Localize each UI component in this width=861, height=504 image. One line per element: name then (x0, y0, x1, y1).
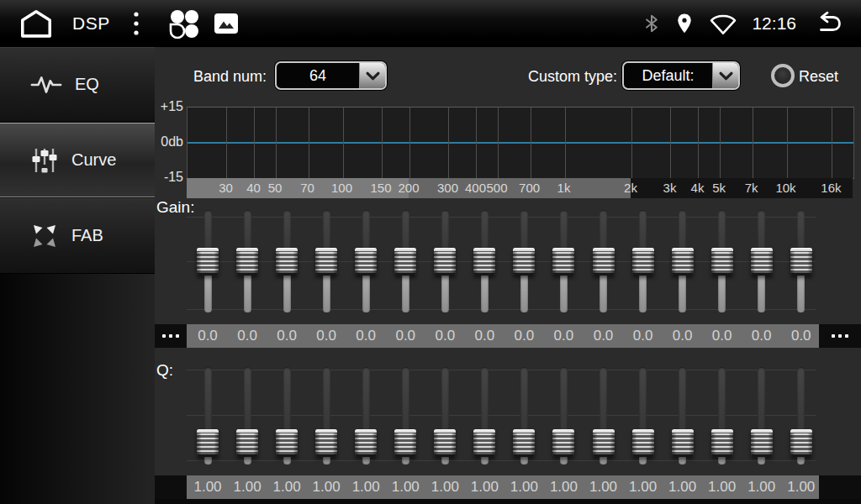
freq-gridline (343, 108, 344, 178)
gain-slider-thumb[interactable] (672, 248, 694, 276)
gain-slider-thumb[interactable] (473, 248, 495, 276)
sidebar-item-label: FAB (71, 226, 103, 245)
custom-type-dropdown[interactable]: Default: (622, 61, 740, 90)
gain-slider-thumb[interactable] (394, 248, 416, 276)
freq-tick-label: 100 (331, 178, 352, 198)
q-slider-thumb[interactable] (236, 429, 258, 457)
freq-axis-strip: 304050701001502003004005007001k2k3k4k5k7… (187, 178, 853, 198)
gain-slider-thumb[interactable] (434, 248, 456, 276)
gain-slider-thumb[interactable] (315, 248, 337, 276)
gallery-icon[interactable] (214, 13, 238, 34)
q-slider-thumb[interactable] (197, 429, 219, 457)
q-section-label: Q: (156, 361, 173, 380)
gain-slider-thumb[interactable] (197, 248, 219, 276)
status-bar: DSP (0, 0, 861, 47)
q-value: 1.00 (747, 475, 775, 499)
freq-gridline (226, 108, 227, 178)
gain-scroll-right-button[interactable] (819, 324, 861, 348)
sidebar-item-fab[interactable]: FAB (0, 198, 155, 274)
eq-plot[interactable] (187, 107, 854, 179)
freq-tick-label: 40 (246, 178, 261, 198)
q-slider-thumb[interactable] (315, 429, 337, 457)
gain-slider-thumb[interactable] (632, 248, 654, 276)
gain-slider-thumb[interactable] (711, 248, 733, 276)
q-slider-thumb[interactable] (355, 429, 377, 457)
freq-gridline (498, 108, 499, 178)
custom-type-label: Custom type: (528, 68, 617, 85)
q-value: 1.00 (550, 475, 578, 499)
q-value: 1.00 (431, 475, 459, 499)
freq-tick-label: 7k (745, 178, 758, 198)
gain-slider-thumb[interactable] (593, 248, 615, 276)
q-value: 1.00 (352, 475, 380, 499)
q-slider-thumb[interactable] (394, 429, 416, 457)
app-title: DSP (72, 13, 110, 34)
freq-gridline (531, 108, 531, 178)
location-icon (674, 12, 695, 35)
home-icon[interactable] (17, 8, 55, 39)
fab-arrows-icon (30, 222, 59, 250)
gain-value: 0.0 (673, 324, 693, 348)
freq-tick-label: 150 (371, 178, 392, 198)
freq-gridline (382, 108, 383, 178)
freq-tick-label: 3k (663, 178, 677, 198)
sidebar-item-curve[interactable]: Curve (0, 123, 155, 198)
chevron-down-icon (359, 63, 385, 88)
freq-gridline (448, 108, 449, 178)
sidebar-item-eq[interactable]: EQ (0, 47, 155, 123)
freq-gridline (476, 108, 477, 178)
q-slider-thumb[interactable] (473, 429, 495, 457)
gain-slider-thumb[interactable] (552, 248, 574, 276)
apps-icon[interactable] (167, 8, 201, 39)
q-slider-thumb[interactable] (751, 429, 773, 457)
sidebar-item-label: Curve (71, 150, 116, 170)
q-slider-thumb[interactable] (276, 429, 298, 457)
gain-slider-thumb[interactable] (790, 248, 812, 276)
q-value: 1.00 (273, 475, 301, 499)
gain-value: 0.0 (594, 324, 614, 348)
curve-panel: Band num: 64 Custom type: Default: Reset… (155, 47, 861, 504)
gain-value: 0.0 (277, 324, 297, 348)
gain-slider-thumb[interactable] (276, 248, 298, 276)
freq-gridline (309, 108, 309, 178)
gain-value: 0.0 (712, 324, 732, 348)
gain-scroll-left-button[interactable] (155, 324, 187, 348)
q-slider-thumb[interactable] (711, 429, 733, 457)
q-slider-thumb[interactable] (513, 429, 535, 457)
band-num-dropdown[interactable]: 64 (275, 61, 387, 90)
freq-tick-label: 400 (465, 178, 486, 198)
freq-tick-label: 70 (300, 178, 314, 198)
freq-gridline (753, 108, 753, 178)
q-slider-thumb[interactable] (632, 429, 654, 457)
gain-value: 0.0 (475, 324, 495, 348)
gain-slider-thumb[interactable] (355, 248, 377, 276)
band-num-label: Band num: (193, 68, 267, 85)
overflow-menu-icon[interactable] (130, 9, 142, 38)
freq-gridline (832, 108, 832, 178)
q-value: 1.00 (589, 475, 617, 499)
freq-tick-label: 300 (437, 178, 458, 198)
y-tick-zero: 0db (155, 134, 183, 150)
freq-gridline (276, 108, 277, 178)
freq-tick-label: 30 (219, 178, 233, 198)
clock: 12:16 (752, 13, 796, 34)
y-tick-plus15: +15 (155, 99, 183, 114)
q-slider-thumb[interactable] (672, 429, 694, 457)
reset-label: Reset (799, 68, 838, 85)
gain-slider-thumb[interactable] (751, 248, 773, 276)
q-slider-thumb[interactable] (593, 429, 615, 457)
freq-tick-label: 500 (487, 178, 508, 198)
gain-slider-thumb[interactable] (513, 248, 535, 276)
q-slider-thumb[interactable] (552, 429, 574, 457)
q-slider-thumb[interactable] (434, 429, 456, 457)
q-value-row: 1.001.001.001.001.001.001.001.001.001.00… (155, 475, 861, 499)
q-value: 1.00 (471, 475, 499, 499)
back-icon[interactable] (811, 11, 844, 36)
gain-value: 0.0 (633, 324, 653, 348)
q-slider-thumb[interactable] (790, 429, 812, 457)
freq-tick-label: 700 (519, 178, 540, 198)
freq-gridline (787, 108, 788, 178)
gain-slider-thumb[interactable] (236, 248, 258, 276)
freq-tick-label: 2k (624, 178, 637, 198)
reset-radio-button[interactable] (771, 64, 795, 87)
